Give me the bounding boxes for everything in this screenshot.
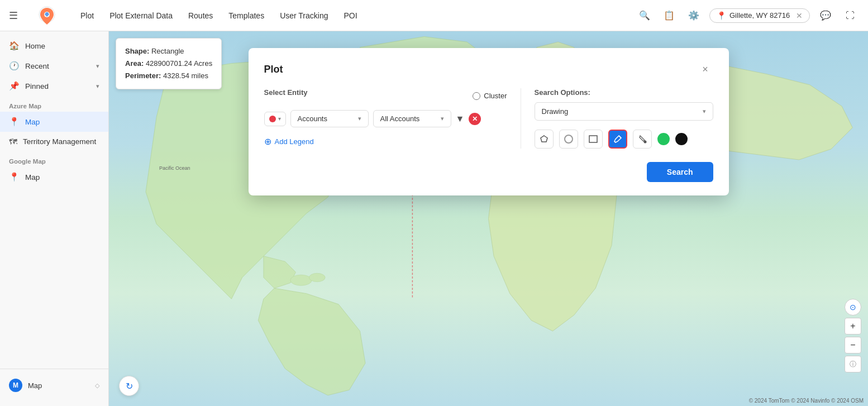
plot-right-panel: Search Options: Drawing ▾ xyxy=(535,88,713,149)
search-button[interactable]: Search xyxy=(647,162,713,182)
polygon-icon xyxy=(540,135,549,144)
filter-icon[interactable]: ▼ xyxy=(456,114,465,124)
sidebar-bottom: M Map ◇ xyxy=(0,369,108,402)
recent-icon: 🕐 xyxy=(9,61,20,71)
sidebar-item-pinned[interactable]: 📌 Pinned ▾ xyxy=(0,76,108,96)
settings-icon[interactable]: ⚙️ xyxy=(685,7,703,25)
circle-tool-button[interactable] xyxy=(559,130,578,149)
search-options-label: Search Options: xyxy=(535,88,713,97)
location-clear-icon[interactable]: ✕ xyxy=(796,11,803,20)
territory-icon: 🗺 xyxy=(9,137,17,146)
add-legend-button[interactable]: ⊕ Add Legend xyxy=(264,136,507,147)
green-color-button[interactable] xyxy=(657,133,670,145)
map-container[interactable]: KALAALLIT NUNAAT Pacific Ocean Бериново … xyxy=(109,31,868,406)
map-pin-icon: 📍 xyxy=(9,117,20,127)
sidebar-item-pinned-label: Pinned xyxy=(25,82,49,90)
nav-right: 🔍 📋 ⚙️ 📍 Gillette, WY 82716 ✕ 💬 ⛶ xyxy=(636,7,859,25)
google-map-section-label: Google Map xyxy=(0,151,108,167)
filter-dropdown-value: All Accounts xyxy=(380,114,420,123)
rectangle-icon xyxy=(589,135,598,143)
entity-row: ▾ Accounts ▾ All Accounts ▾ xyxy=(264,110,507,127)
location-search-box[interactable]: 📍 Gillette, WY 82716 ✕ xyxy=(709,8,810,23)
home-icon: 🏠 xyxy=(9,41,20,51)
entity-chevron-icon: ▾ xyxy=(358,115,361,122)
drawing-tools xyxy=(535,130,713,149)
plot-modal-header: Plot × xyxy=(264,61,713,77)
sidebar-item-territory-label: Territory Management xyxy=(23,137,96,146)
svg-marker-5 xyxy=(541,136,547,142)
location-pin-icon: 📍 xyxy=(717,11,726,20)
add-legend-plus-icon: ⊕ xyxy=(264,136,271,147)
plot-modal-body: Select Entity Cluster ▾ xyxy=(264,88,713,149)
pencil-icon xyxy=(613,135,622,144)
sidebar-item-azure-map-label: Map xyxy=(25,118,40,126)
search-type-value: Drawing xyxy=(542,107,569,116)
sidebar: 🏠 Home 🕐 Recent ▾ 📌 Pinned ▾ Azure Map 📍… xyxy=(0,31,109,406)
pinned-icon: 📌 xyxy=(9,81,20,91)
cluster-radio-input[interactable] xyxy=(473,92,480,100)
filter-chevron-icon: ▾ xyxy=(441,115,444,122)
circle-tool-icon xyxy=(564,135,573,144)
plot-modal-title: Plot xyxy=(264,64,283,75)
chat-icon[interactable]: 💬 xyxy=(817,7,834,25)
hamburger-icon[interactable]: ☰ xyxy=(9,9,18,22)
plot-modal-overlay: Plot × Select Entity Cluster xyxy=(109,31,868,406)
top-nav: ☰ Plot Plot External Data Routes Templat… xyxy=(0,0,868,31)
cluster-option[interactable]: Cluster xyxy=(473,92,507,100)
polygon-tool-button[interactable] xyxy=(535,130,554,149)
add-legend-label: Add Legend xyxy=(275,137,314,146)
main-layout: 🏠 Home 🕐 Recent ▾ 📌 Pinned ▾ Azure Map 📍… xyxy=(0,31,868,406)
sidebar-item-home-label: Home xyxy=(25,42,45,50)
nav-plot-external[interactable]: Plot External Data xyxy=(109,11,173,20)
calendar-icon[interactable]: 📋 xyxy=(660,7,678,25)
clear-icon: ✕ xyxy=(472,115,478,123)
nav-templates[interactable]: Templates xyxy=(228,11,264,20)
sidebar-item-home[interactable]: 🏠 Home xyxy=(0,36,108,56)
app-logo[interactable] xyxy=(36,4,58,27)
black-color-button[interactable] xyxy=(675,133,688,145)
expand-icon[interactable]: ⛶ xyxy=(841,7,859,25)
nav-poi[interactable]: POI xyxy=(344,11,357,20)
sidebar-bottom-map-label: Map xyxy=(28,381,42,390)
sidebar-bottom-map-item[interactable]: M Map ◇ xyxy=(0,374,108,397)
location-value: Gillette, WY 82716 xyxy=(729,11,790,20)
pin-type-button[interactable]: ▾ xyxy=(264,112,286,126)
sidebar-item-azure-map[interactable]: 📍 Map xyxy=(0,112,108,132)
modal-close-button[interactable]: × xyxy=(698,61,713,77)
search-type-dropdown[interactable]: Drawing ▾ xyxy=(535,102,713,121)
entity-dropdown-value: Accounts xyxy=(298,114,327,123)
sidebar-item-recent-label: Recent xyxy=(25,62,49,70)
search-icon[interactable]: 🔍 xyxy=(636,7,654,25)
plot-modal: Plot × Select Entity Cluster xyxy=(249,48,729,195)
chevron-down-icon: ▾ xyxy=(96,63,99,70)
filter-dropdown[interactable]: All Accounts ▾ xyxy=(373,110,451,127)
clear-filter-button[interactable]: ✕ xyxy=(469,113,481,125)
sidebar-item-territory-management[interactable]: 🗺 Territory Management xyxy=(0,132,108,151)
user-avatar: M xyxy=(9,379,22,392)
entity-dropdown[interactable]: Accounts ▾ xyxy=(290,110,369,127)
sidebar-item-recent[interactable]: 🕐 Recent ▾ xyxy=(0,56,108,76)
pin-chevron-icon: ▾ xyxy=(278,116,281,122)
pin-dot-icon xyxy=(269,116,276,122)
plot-left-panel: Select Entity Cluster ▾ xyxy=(264,88,521,149)
pencil-tool-button[interactable] xyxy=(608,130,627,149)
nav-links: Plot Plot External Data Routes Templates… xyxy=(80,11,622,20)
cluster-label: Cluster xyxy=(484,92,507,100)
search-button-row: Search xyxy=(264,162,713,182)
nav-plot[interactable]: Plot xyxy=(80,11,94,20)
fill-bucket-icon xyxy=(638,135,647,144)
fill-tool-button[interactable] xyxy=(633,130,652,149)
sidebar-bottom-chevron: ◇ xyxy=(95,382,99,389)
svg-rect-6 xyxy=(589,136,597,142)
rectangle-tool-button[interactable] xyxy=(584,130,603,149)
select-entity-label: Select Entity xyxy=(264,88,308,97)
nav-routes[interactable]: Routes xyxy=(188,11,213,20)
nav-user-tracking[interactable]: User Tracking xyxy=(280,11,328,20)
google-map-pin-icon: 📍 xyxy=(9,172,20,182)
sidebar-item-google-map-label: Map xyxy=(25,173,40,181)
chevron-down-icon-2: ▾ xyxy=(96,83,99,90)
sidebar-item-google-map[interactable]: 📍 Map xyxy=(0,167,108,187)
azure-map-section-label: Azure Map xyxy=(0,96,108,112)
search-dropdown-chevron-icon: ▾ xyxy=(703,108,706,115)
